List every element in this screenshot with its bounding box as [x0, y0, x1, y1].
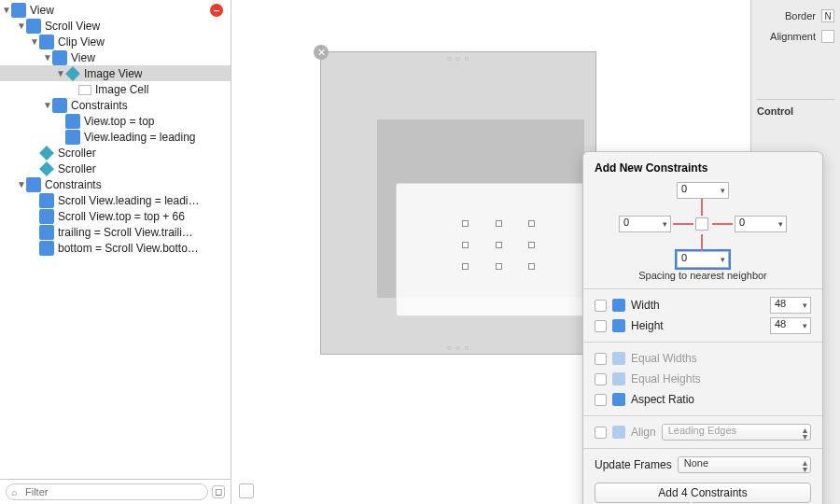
view-icon [11, 3, 26, 18]
outline-item-label: View.top = top [84, 115, 155, 128]
chevron-down-icon[interactable]: ▾ [803, 301, 807, 310]
selection-handle-icon[interactable] [462, 220, 469, 227]
equal-widths-label: Equal Widths [631, 352, 697, 365]
chevron-down-icon[interactable]: ▾ [721, 255, 725, 264]
disclosure-triangle-icon[interactable]: ▼ [2, 5, 11, 15]
strut-left-icon[interactable] [673, 223, 693, 225]
outline-item[interactable]: Scroller [0, 161, 231, 176]
height-field[interactable]: 48▾ [770, 317, 811, 334]
outline-item-label: Clip View [58, 35, 105, 49]
aspect-ratio-checkbox[interactable] [595, 394, 607, 406]
strut-right-icon[interactable] [712, 223, 733, 225]
equal-heights-checkbox [595, 373, 607, 385]
outline-item-label: Scroll View.leading = leadi… [58, 194, 200, 207]
chevron-down-icon[interactable]: ▾ [663, 219, 667, 229]
cell-icon [78, 85, 91, 95]
outline-item-label: trailing = Scroll View.traili… [58, 226, 193, 239]
resize-handle-bottom-icon[interactable]: ○ ○ ○ [447, 343, 469, 352]
outline-item-label: Image View [84, 67, 142, 80]
update-frames-select[interactable]: None▴▾ [678, 456, 811, 473]
height-checkbox[interactable] [595, 320, 607, 332]
canvas-image-view-selected[interactable] [396, 183, 603, 316]
outline-root[interactable]: ▼ View – [0, 2, 231, 18]
spacing-center-icon [695, 217, 708, 231]
close-icon[interactable]: ✕ [314, 45, 329, 60]
outline-item[interactable]: Scroller [0, 145, 231, 161]
spacing-left-field[interactable]: 0▾ [619, 216, 671, 232]
spacing-cross: 0▾ 0▾ 0▾ 0▾ [619, 182, 787, 268]
aspect-ratio-icon [612, 393, 625, 406]
outline-item-label: Constraints [71, 99, 128, 112]
chevron-down-icon[interactable]: ▾ [778, 219, 783, 229]
selection-handle-icon[interactable] [528, 242, 535, 248]
resize-handle-top-icon[interactable]: ○ ○ ○ [447, 54, 469, 63]
disclosure-triangle-icon[interactable]: ▼ [43, 100, 52, 110]
spacing-bottom-field[interactable]: 0▾ [677, 251, 729, 268]
constraint-horizontal-icon [65, 130, 80, 145]
chevron-down-icon[interactable]: ▾ [803, 321, 807, 330]
width-icon [612, 299, 625, 312]
selection-handle-icon[interactable] [496, 242, 502, 248]
outline-item-label: View.leading = leading [84, 131, 196, 144]
constraint-horizontal-icon [39, 193, 54, 208]
inspector-alignment-label: Alignment [770, 31, 816, 42]
disclosure-triangle-icon[interactable]: ▼ [17, 21, 26, 31]
disclosure-triangle-icon[interactable]: ▼ [30, 36, 39, 47]
equal-heights-icon [612, 372, 625, 385]
conflict-badge-icon[interactable]: – [210, 4, 223, 17]
outline-item-label: Constraints [45, 178, 102, 191]
equal-heights-label: Equal Heights [631, 372, 701, 385]
alignment-segmented[interactable] [821, 30, 834, 43]
outline-item[interactable]: ▼Clip View [0, 34, 231, 49]
add-constraints-button[interactable]: Add 4 Constraints [595, 483, 811, 503]
spacing-note: Spacing to nearest neighbor [595, 270, 811, 281]
outline-item[interactable]: ▼Constraints [0, 97, 231, 113]
disclosure-triangle-icon[interactable]: ▼ [43, 52, 52, 63]
outline-item[interactable]: ▼Constraints [0, 176, 231, 192]
aspect-ratio-row: Aspect Ratio [595, 389, 811, 410]
outline-tree[interactable]: ▼ View – ▼Scroll View▼Clip View▼View▼Ima… [0, 0, 231, 479]
strut-bottom-icon[interactable] [701, 234, 703, 251]
outline-item[interactable]: Image Cell [0, 81, 231, 97]
outline-item[interactable]: Scroll View.top = top + 66 [0, 208, 231, 224]
outline-item[interactable]: ▼View [0, 49, 231, 65]
align-checkbox [595, 427, 607, 439]
selection-handle-icon[interactable] [462, 263, 469, 270]
border-style-well[interactable]: N [821, 9, 834, 22]
strut-top-icon[interactable] [701, 199, 703, 216]
constraint-vertical-icon [39, 209, 54, 224]
spacing-right-field[interactable]: 0▾ [735, 216, 787, 232]
outline-item[interactable]: View.top = top [0, 113, 231, 129]
outline-filter-input[interactable] [6, 483, 208, 500]
equal-widths-checkbox [595, 353, 607, 365]
width-field[interactable]: 48▾ [770, 297, 811, 314]
selection-handle-icon[interactable] [528, 220, 535, 227]
outline-focus-icon[interactable]: ◻ [212, 485, 225, 498]
outline-item[interactable]: ▼Scroll View [0, 18, 231, 34]
selection-handle-icon[interactable] [496, 220, 502, 227]
update-frames-row: Update Frames None▴▾ [595, 455, 811, 475]
outline-item-label: Scroller [58, 147, 96, 160]
width-checkbox[interactable] [595, 300, 607, 312]
selection-handle-icon[interactable] [528, 263, 535, 270]
outline-item[interactable]: trailing = Scroll View.traili… [0, 224, 231, 240]
disclosure-triangle-icon[interactable]: ▼ [17, 179, 26, 189]
outline-item[interactable]: View.leading = leading [0, 129, 231, 145]
popover-title: Add New Constraints [595, 161, 811, 175]
canvas-scrollview-frame[interactable]: ✕ ○ ○ ○ ○ ○ ○ [320, 51, 596, 355]
width-row: Width 48▾ [595, 295, 811, 315]
selection-handle-icon[interactable] [462, 242, 469, 248]
spacing-top-field[interactable]: 0▾ [677, 182, 729, 199]
toggle-outline-icon[interactable] [239, 483, 254, 498]
width-label: Width [631, 299, 660, 312]
canvas-clip-view[interactable] [377, 119, 584, 298]
outline-item[interactable]: bottom = Scroll View.botto… [0, 240, 231, 256]
add-constraints-popover: Add New Constraints 0▾ 0▾ 0▾ 0▾ Spacing … [582, 151, 823, 504]
inspector-control-section: Control [757, 99, 834, 117]
selection-handle-icon[interactable] [496, 263, 502, 270]
outline-item[interactable]: Scroll View.leading = leadi… [0, 192, 231, 208]
outline-item[interactable]: ▼Image View [0, 65, 231, 81]
disclosure-triangle-icon[interactable]: ▼ [56, 68, 65, 78]
align-label: Align [631, 426, 656, 439]
chevron-down-icon[interactable]: ▾ [721, 186, 725, 195]
